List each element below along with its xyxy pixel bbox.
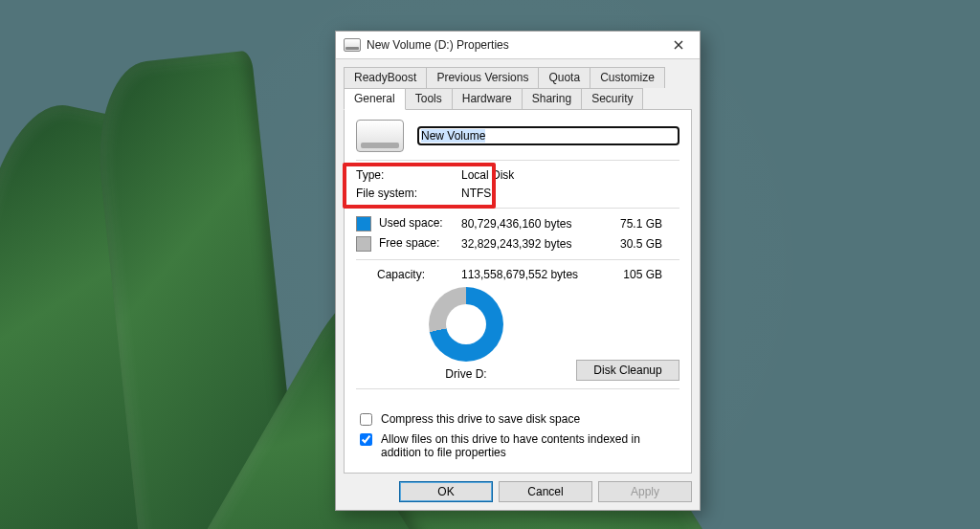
tab-customize[interactable]: Customize: [590, 67, 665, 88]
compress-label: Compress this drive to save disk space: [381, 412, 580, 426]
apply-button: Apply: [598, 481, 692, 502]
free-swatch: [356, 236, 371, 252]
used-bytes: 80,729,436,160 bytes: [461, 217, 605, 231]
type-label: Type:: [356, 168, 461, 182]
tab-general[interactable]: General: [344, 88, 406, 110]
index-checkbox-row[interactable]: Allow files on this drive to have conten…: [356, 432, 679, 459]
titlebar[interactable]: New Volume (D:) Properties: [336, 32, 700, 59]
tab-strip: ReadyBoost Previous Versions Quota Custo…: [344, 67, 692, 110]
disk-cleanup-button[interactable]: Disk Cleanup: [576, 360, 679, 381]
volume-name-input[interactable]: [417, 126, 679, 145]
drive-letter-label: Drive D:: [445, 367, 486, 381]
cancel-button[interactable]: Cancel: [499, 481, 592, 502]
general-tab-page: Type: Local Disk File system: NTFS Used …: [344, 109, 692, 474]
filesystem-label: File system:: [356, 187, 461, 200]
tab-security[interactable]: Security: [581, 88, 643, 110]
used-label: Used space:: [356, 216, 461, 231]
filesystem-value: NTFS: [461, 187, 679, 200]
type-value: Local Disk: [461, 168, 679, 182]
compress-checkbox-row[interactable]: Compress this drive to save disk space: [356, 412, 679, 429]
tab-quota[interactable]: Quota: [538, 67, 590, 88]
capacity-label: Capacity:: [356, 268, 461, 281]
ok-button[interactable]: OK: [399, 481, 493, 502]
index-label: Allow files on this drive to have conten…: [381, 432, 679, 459]
tab-sharing[interactable]: Sharing: [522, 88, 582, 110]
tab-readyboost[interactable]: ReadyBoost: [344, 67, 427, 88]
dialog-title: New Volume (D:) Properties: [367, 38, 661, 52]
free-human: 30.5 GB: [605, 237, 662, 251]
compress-checkbox[interactable]: [360, 413, 372, 426]
free-label: Free space:: [356, 236, 461, 252]
index-checkbox[interactable]: [360, 433, 372, 446]
properties-dialog: New Volume (D:) Properties ReadyBoost Pr…: [335, 31, 701, 511]
usage-donut-chart: [429, 287, 503, 362]
used-human: 75.1 GB: [605, 217, 662, 231]
drive-icon: [344, 38, 361, 52]
close-icon: [674, 40, 683, 50]
tab-previous-versions[interactable]: Previous Versions: [426, 67, 539, 88]
drive-large-icon: [356, 120, 404, 152]
tab-tools[interactable]: Tools: [405, 88, 453, 110]
tab-hardware[interactable]: Hardware: [452, 88, 523, 110]
free-bytes: 32,829,243,392 bytes: [461, 237, 605, 251]
used-swatch: [356, 216, 371, 231]
close-button[interactable]: [661, 34, 696, 55]
capacity-human: 105 GB: [605, 268, 662, 281]
capacity-bytes: 113,558,679,552 bytes: [461, 268, 605, 281]
